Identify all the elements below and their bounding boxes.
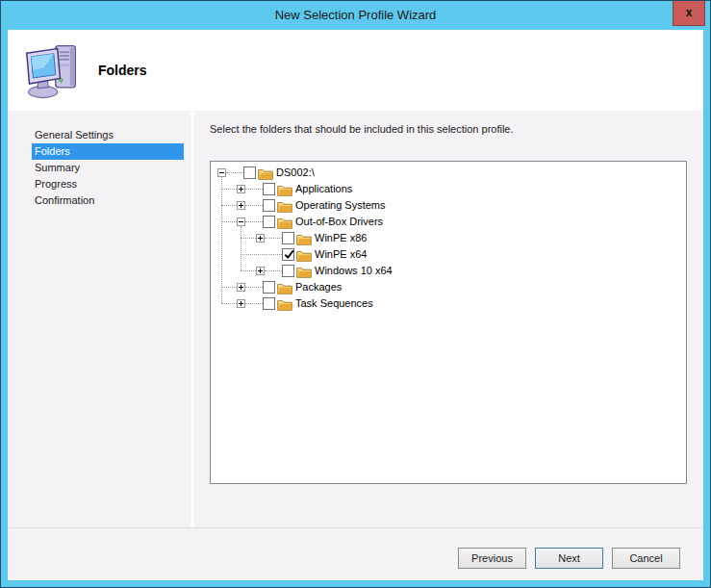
tree-connector — [221, 221, 237, 222]
window-title: New Selection Profile Wizard — [275, 8, 437, 22]
collapse-toggle[interactable] — [237, 217, 245, 226]
page-header: Folders — [8, 30, 703, 111]
folder-icon — [277, 216, 292, 228]
cancel-button[interactable]: Cancel — [612, 548, 680, 569]
checkbox-winpe-x86[interactable] — [282, 232, 294, 244]
tree-row-ds002: DS002:\ — [211, 165, 686, 181]
close-button[interactable]: x — [673, 0, 705, 26]
tree-row-task-sequences: Task Sequences — [211, 295, 686, 312]
tree-label[interactable]: Applications — [295, 181, 352, 197]
checkbox-operating-systems[interactable] — [263, 199, 275, 212]
expand-toggle[interactable] — [237, 299, 245, 308]
checkbox-applications[interactable] — [263, 183, 275, 195]
tree-row-winpe-x64: WinPE x64 — [211, 246, 686, 263]
tree-connector — [245, 205, 263, 206]
expand-toggle[interactable] — [256, 267, 265, 275]
sidebar-item-confirmation[interactable]: Confirmation — [8, 192, 191, 209]
computer-icon — [23, 40, 81, 100]
tree-connector — [241, 254, 282, 255]
tree-row-applications: Applications — [211, 181, 686, 197]
folder-icon — [296, 232, 312, 244]
folder-icon — [277, 199, 292, 212]
expand-toggle[interactable] — [237, 283, 245, 292]
folder-icon — [277, 297, 292, 310]
tree-label[interactable]: WinPE x64 — [315, 246, 367, 263]
tree-connector — [241, 238, 256, 239]
tree-connector — [245, 221, 263, 222]
tree-label[interactable]: Task Sequences — [295, 295, 373, 312]
checkbox-winpe-x64[interactable] — [282, 248, 294, 261]
tree-label[interactable]: WinPE x86 — [315, 230, 367, 246]
folder-tree[interactable]: DS002:\ApplicationsOperating SystemsOut-… — [210, 161, 687, 484]
content-pane: Select the folders that should be includ… — [193, 111, 703, 527]
tree-connector — [221, 205, 237, 206]
wizard-window: New Selection Profile Wizard x — [0, 0, 711, 588]
tree-row-windows-10-x64: Windows 10 x64 — [211, 263, 686, 279]
tree-label[interactable]: DS002:\ — [276, 165, 315, 181]
checkbox-ds002[interactable] — [243, 166, 256, 179]
tree-connector — [241, 270, 256, 271]
tree-row-out-of-box-drivers: Out-of-Box Drivers — [211, 214, 686, 230]
footer: PreviousNextCancel — [8, 527, 703, 580]
checkbox-out-of-box-drivers[interactable] — [263, 216, 275, 228]
sidebar-item-general-settings[interactable]: General Settings — [8, 127, 191, 143]
expand-toggle[interactable] — [237, 185, 245, 193]
tree-connector — [265, 238, 282, 239]
expand-toggle[interactable] — [256, 234, 265, 243]
title-bar[interactable]: New Selection Profile Wizard — [1, 1, 710, 30]
folder-icon — [277, 281, 292, 294]
tree-connector — [221, 189, 237, 190]
checkbox-task-sequences[interactable] — [263, 297, 275, 310]
checkbox-packages[interactable] — [263, 281, 275, 294]
sidebar: General SettingsFoldersSummaryProgressCo… — [8, 111, 191, 527]
tree-label[interactable]: Operating Systems — [295, 197, 386, 214]
tree-connector — [221, 287, 237, 288]
next-button[interactable]: Next — [535, 548, 603, 569]
expand-toggle[interactable] — [237, 201, 245, 210]
tree-label[interactable]: Out-of-Box Drivers — [295, 214, 383, 230]
tree-connector — [245, 287, 263, 288]
tree-connector — [245, 189, 263, 190]
instruction-text: Select the folders that should be includ… — [210, 123, 703, 138]
tree-connector — [245, 303, 263, 304]
tree-connector — [226, 172, 243, 173]
tree-row-operating-systems: Operating Systems — [211, 197, 686, 214]
tree-row-packages: Packages — [211, 279, 686, 295]
sidebar-item-folders[interactable]: Folders — [32, 143, 184, 160]
checkbox-windows-10-x64[interactable] — [282, 265, 294, 277]
folder-icon — [277, 183, 292, 195]
tree-label[interactable]: Windows 10 x64 — [315, 263, 393, 279]
close-icon: x — [686, 6, 693, 19]
page-title: Folders — [98, 63, 147, 78]
tree-connector — [265, 270, 282, 271]
wizard-body: Folders General SettingsFoldersSummaryPr… — [8, 30, 703, 580]
collapse-toggle[interactable] — [217, 168, 226, 177]
tree-row-winpe-x86: WinPE x86 — [211, 230, 686, 246]
folder-icon — [296, 248, 312, 261]
tree-label[interactable]: Packages — [295, 279, 342, 295]
previous-button[interactable]: Previous — [458, 548, 526, 569]
folder-icon — [258, 166, 273, 179]
main-row: General SettingsFoldersSummaryProgressCo… — [8, 111, 703, 527]
sidebar-item-progress[interactable]: Progress — [8, 176, 191, 192]
tree-connector — [221, 303, 237, 304]
sidebar-item-summary[interactable]: Summary — [8, 160, 191, 176]
folder-icon — [296, 265, 312, 277]
